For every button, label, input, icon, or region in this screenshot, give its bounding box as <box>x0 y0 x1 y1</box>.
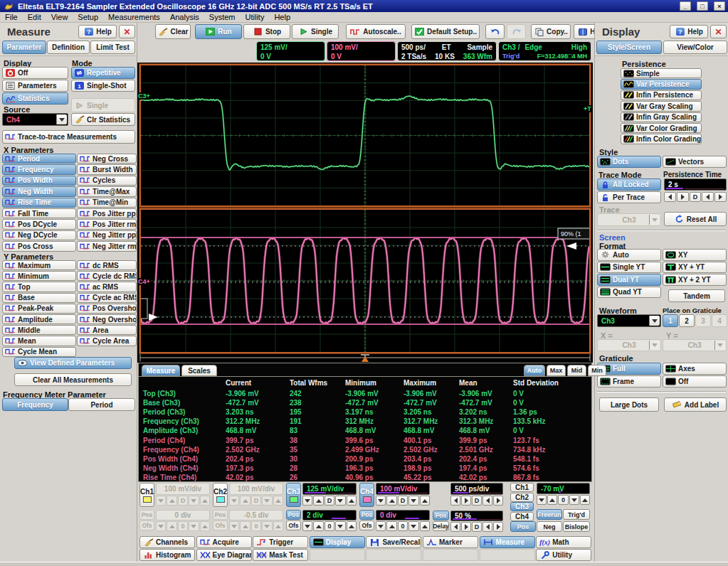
xparam-fall-time[interactable]: Fall Time <box>2 208 76 218</box>
display-statistics[interactable]: Statistics <box>2 92 68 105</box>
menu-analysis[interactable]: Analysis <box>165 12 204 22</box>
format-dual-yt[interactable]: Dual YT <box>597 274 661 286</box>
bottom-tab-display[interactable]: Display <box>310 536 365 548</box>
graticule-full[interactable]: Full <box>597 363 661 375</box>
step-coarse-down[interactable] <box>376 496 386 506</box>
menu-setup[interactable]: Setup <box>73 12 103 22</box>
step-default[interactable]: D <box>325 496 334 506</box>
trigger-mode-freerun[interactable]: Freerun <box>537 509 562 520</box>
format-xy[interactable]: XY <box>663 249 727 261</box>
step-coarse-up[interactable] <box>420 521 430 531</box>
copy-button[interactable]: Copy.. <box>531 24 571 39</box>
bottom-tab-marker[interactable]: Marker <box>423 536 478 548</box>
yparam-neg-overshoot[interactable]: Neg Overshoot <box>77 314 137 324</box>
step-fine-up[interactable] <box>408 521 418 531</box>
step-coarse-up[interactable] <box>420 496 430 506</box>
step-fine-down[interactable] <box>461 496 471 506</box>
window-close-button[interactable]: × <box>714 1 725 11</box>
yparam-peak-peak[interactable]: Peak-Peak <box>2 304 76 314</box>
trace-mode-all-locked[interactable]: All Locked <box>597 178 661 191</box>
view-defined-parameters-button[interactable]: View Defined Parameters <box>14 357 132 369</box>
xparam-pos-jitter-rms[interactable]: Pos Jitter rms <box>77 219 137 229</box>
step-zero[interactable]: 0 <box>398 521 408 531</box>
xparam-cycles[interactable]: Cycles <box>77 176 137 186</box>
display-parameters[interactable]: Parameters <box>2 80 68 92</box>
pos-button[interactable]: Pos <box>139 510 154 520</box>
menu-utility[interactable]: Utility <box>241 12 270 22</box>
persistence-simple[interactable]: Simple <box>621 68 702 78</box>
scale-tab-max[interactable]: Max <box>547 365 566 376</box>
tb-delay-button[interactable]: Delay <box>433 521 449 531</box>
trigger-slope-pos[interactable]: Pos <box>510 521 536 532</box>
maximize-button[interactable]: □ <box>697 1 708 11</box>
yparam-top[interactable]: Top <box>2 282 76 292</box>
menu-view[interactable]: View <box>46 12 73 22</box>
timebase-box[interactable]: 500 ps/ETSample 2 TSa/s10 KS363 Wfm <box>397 41 497 61</box>
c4-trace-label[interactable]: C4+ <box>137 278 151 285</box>
ofs-button[interactable]: Ofs <box>286 520 301 530</box>
single-button[interactable]: Single <box>292 24 339 39</box>
step-coarse-down[interactable] <box>302 521 312 531</box>
persistence-infin-gray-scaling[interactable]: Infin Gray Scaling <box>621 112 702 122</box>
step-fine-up[interactable] <box>408 496 418 506</box>
step-fine-up[interactable] <box>335 521 345 531</box>
yparam-amplitude[interactable]: Amplitude <box>2 314 76 324</box>
menu-file[interactable]: File <box>0 12 23 22</box>
ofs-button[interactable]: Ofs <box>139 520 154 530</box>
clear-button[interactable]: Clear <box>155 24 191 39</box>
mode-single-shot[interactable]: 1Single-Shot <box>71 80 135 92</box>
xparam-neg-jitter-rms[interactable]: Neg Jitter rms <box>77 241 137 251</box>
graticule-bottom[interactable]: 90% (1 <box>139 208 591 353</box>
step-fine-down[interactable] <box>386 496 396 506</box>
tab-style-screen[interactable]: Style/Screen <box>596 41 662 54</box>
step-coarse-up[interactable] <box>580 495 590 505</box>
graticule-top[interactable] <box>139 64 591 207</box>
tandem-button[interactable]: Tandem <box>668 289 725 302</box>
measure-help-button[interactable]: ?Help <box>78 25 117 38</box>
step-fine-up[interactable] <box>482 522 492 532</box>
chevron-down-icon[interactable] <box>649 316 660 326</box>
xparam-time-min[interactable]: Time@Min <box>77 198 137 208</box>
xparam-pos-jitter-pp[interactable]: Pos Jitter pp <box>77 208 137 218</box>
step-coarse-up[interactable] <box>347 496 357 506</box>
persistence-infin-color-grading[interactable]: Infin Color Grading <box>621 134 702 144</box>
step-default[interactable]: D <box>472 496 482 506</box>
bottom-tab-histogram[interactable]: Histogram <box>139 549 195 561</box>
xparam-period[interactable]: Period <box>2 154 76 164</box>
step-default[interactable]: D <box>398 496 408 506</box>
tb-pos-button[interactable]: Pos <box>433 511 449 520</box>
tab-parameter[interactable]: Parameter <box>2 41 46 54</box>
yparam-middle[interactable]: Middle <box>2 325 76 335</box>
step-fine-down[interactable] <box>461 522 471 532</box>
step-zero[interactable]: 0 <box>558 495 568 505</box>
yparam-cycle-mean[interactable]: Cycle Mean <box>2 347 76 357</box>
trigger-source-ch1[interactable]: Ch1 <box>510 483 534 492</box>
step-default[interactable]: D <box>690 192 702 202</box>
scale-tab-min[interactable]: Min <box>588 365 606 376</box>
timebase-scrollbar[interactable] <box>137 353 593 363</box>
format-auto[interactable]: Auto <box>597 249 661 261</box>
bottom-tab-trigger[interactable]: Trigger <box>253 536 308 548</box>
ch4-scale-box[interactable]: 100 mV/ 0 V <box>327 41 396 61</box>
yparam-dc-rms[interactable]: dc RMS <box>77 260 137 270</box>
clear-all-measurements-button[interactable]: Clear All Measurements <box>14 373 132 386</box>
step-coarse-up[interactable] <box>493 496 503 506</box>
xparam-neg-width[interactable]: Neg Width <box>2 186 76 196</box>
tab-view-color[interactable]: View/Color <box>663 41 727 54</box>
yparam-area[interactable]: Area <box>77 325 137 335</box>
xparam-pos-width[interactable]: Pos Width <box>2 176 76 186</box>
reset-all-button[interactable]: Reset All <box>664 212 727 226</box>
persistence-var-gray-scaling[interactable]: Var Gray Scaling <box>621 101 702 111</box>
channel-button-ch4[interactable]: Ch4 <box>359 483 374 507</box>
step-default[interactable]: D <box>472 522 482 532</box>
undo-button[interactable] <box>485 24 505 39</box>
source-combobox[interactable]: Ch4 <box>2 113 68 126</box>
trigger-slope-bislope[interactable]: Bislope <box>563 521 590 532</box>
graticule-axes[interactable]: Axes <box>663 363 727 375</box>
trace-mode-per-trace[interactable]: Per Trace <box>597 191 661 203</box>
channel-button-ch1[interactable]: Ch1 <box>139 483 154 507</box>
bottom-tab-math[interactable]: f(x)Math <box>536 536 591 548</box>
yparam-mean[interactable]: Mean <box>2 336 76 346</box>
mode-repetitive[interactable]: Repetitive <box>71 67 135 79</box>
menu-help[interactable]: Help <box>269 12 295 22</box>
